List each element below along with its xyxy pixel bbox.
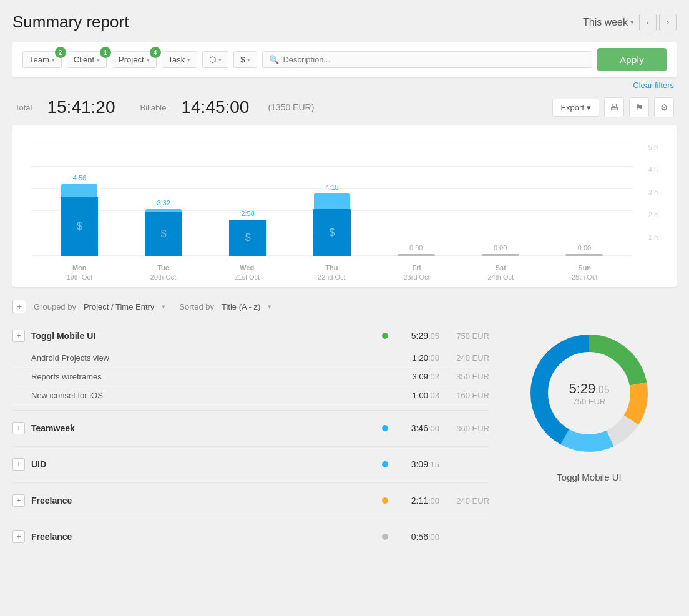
currency-chevron-icon: ▾ — [247, 57, 250, 63]
team-filter-badge: 2 — [55, 47, 66, 58]
team-chevron-icon: ▾ — [52, 57, 55, 63]
sort-value[interactable]: Title (A - z) — [222, 302, 260, 311]
bar-thu-label: 4:15 — [325, 183, 338, 191]
tag-filter-button[interactable]: ⬡ ▾ — [202, 51, 228, 68]
bar-thu: 4:15 $ — [313, 183, 351, 256]
group-sort-bar: + Grouped by Project / Time Entry ▾ Sort… — [12, 300, 489, 313]
export-button[interactable]: Export ▾ — [552, 99, 599, 117]
toggl-time: 5:29:05 — [396, 331, 439, 341]
clear-filters-link[interactable]: Clear filters — [633, 81, 674, 90]
bar-mon-label: 4:56 — [73, 174, 86, 182]
project-row-teamweek[interactable]: + Teamweek 3:46:00 360 EUR — [12, 416, 489, 441]
y-label-2h: 2 h — [648, 211, 658, 218]
tag-chevron-icon: ▾ — [218, 57, 222, 63]
project-row-freelance1[interactable]: + Freelance 2:11:00 240 EUR — [12, 488, 489, 514]
apply-button[interactable]: Apply — [597, 48, 667, 71]
clear-filters-bar: Clear filters — [12, 80, 677, 90]
freelance2-dot — [382, 534, 388, 540]
settings-button[interactable]: ⚙ — [654, 97, 674, 117]
client-filter-button[interactable]: Client 1 ▾ — [67, 51, 107, 68]
separator-3 — [12, 482, 489, 483]
expand-freelance2-button[interactable]: + — [12, 530, 25, 543]
donut-center: 5:29:05 750 EUR — [569, 381, 609, 406]
sub-row-iconset: New iconset for iOS 1:00:03 160 EUR — [12, 386, 489, 405]
bar-wed-billable: $ — [229, 220, 266, 256]
task-filter-button[interactable]: Task ▾ — [162, 51, 198, 68]
teamweek-time: 3:46:00 — [396, 423, 439, 433]
expand-uid-button[interactable]: + — [12, 458, 25, 471]
gear-icon: ⚙ — [660, 102, 668, 112]
bar-sun: 0:00 — [565, 244, 603, 256]
freelance1-time: 2:11:00 — [396, 496, 439, 506]
period-selector[interactable]: This week ▾ — [583, 17, 634, 28]
sorted-by-label: Sorted by — [179, 302, 214, 311]
x-label-fri: Fri23rd Oct — [403, 263, 429, 283]
sort-chevron-icon: ▾ — [268, 303, 271, 311]
client-chevron-icon: ▾ — [97, 57, 100, 63]
group-value[interactable]: Project / Time Entry — [84, 302, 154, 311]
sub-eur-android: 240 EUR — [439, 353, 489, 363]
expand-toggl-button[interactable]: + — [12, 330, 25, 342]
bar-thu-nonbillable — [314, 193, 350, 209]
x-label-tue: Tue20th Oct — [150, 263, 177, 283]
bar-wed: 2:58 $ — [229, 210, 266, 256]
tag-icon: ⬡ — [209, 55, 216, 64]
uid-time: 3:09:15 — [396, 459, 439, 469]
project-filter-label: Project — [119, 55, 144, 64]
freelance2-time: 0:56:00 — [396, 532, 439, 542]
bar-mon-billable: $ — [61, 197, 98, 256]
toggl-eur: 750 EUR — [439, 331, 489, 341]
sub-time-reports: 3:09:02 — [396, 372, 439, 381]
total-time-display: 15:41:20 — [47, 97, 115, 117]
task-chevron-icon: ▾ — [187, 57, 190, 63]
project-name-uid: UID — [31, 459, 382, 469]
sub-time-android: 1:20:00 — [396, 353, 439, 363]
donut-center-time: 5:29:05 — [569, 381, 609, 397]
client-filter-badge: 1 — [100, 47, 111, 58]
sub-time-iconset: 1:00:03 — [396, 391, 439, 400]
project-row-uid[interactable]: + UID 3:09:15 — [12, 452, 489, 477]
print-icon: 🖶 — [610, 102, 618, 112]
project-row-toggl[interactable]: + Toggl Mobile UI 5:29:05 750 EUR — [12, 323, 489, 349]
total-bar-right: Export ▾ 🖶 ⚑ ⚙ — [552, 97, 674, 117]
project-filter-badge: 4 — [150, 47, 161, 58]
sub-name-android: Android Projects view — [31, 353, 396, 363]
project-filter-button[interactable]: Project 4 ▾ — [112, 51, 156, 68]
uid-dot — [382, 461, 388, 467]
project-group-toggl: + Toggl Mobile UI 5:29:05 750 EUR Androi… — [12, 323, 489, 405]
print-button[interactable]: 🖶 — [604, 97, 624, 117]
sub-row-reports: Reports wireframes 3:09:02 350 EUR — [12, 368, 489, 386]
export-chevron-icon: ▾ — [587, 103, 591, 112]
bar-chart: 5 h 4 h 3 h 2 h 1 h 4:56 — [12, 125, 677, 287]
team-filter-button[interactable]: Team 2 ▾ — [22, 51, 62, 68]
donut-section: 5:29:05 750 EUR Toggl Mobile UI — [502, 300, 677, 482]
lower-section: + Grouped by Project / Time Entry ▾ Sort… — [12, 300, 677, 549]
add-group-button[interactable]: + — [12, 300, 26, 313]
team-filter-label: Team — [29, 55, 49, 64]
sub-row-android: Android Projects view 1:20:00 240 EUR — [12, 349, 489, 368]
donut-center-eur: 750 EUR — [569, 397, 609, 406]
project-row-freelance2[interactable]: + Freelance 0:56:00 — [12, 524, 489, 549]
currency-filter-button[interactable]: $ ▾ — [233, 51, 257, 68]
expand-teamweek-button[interactable]: + — [12, 422, 25, 434]
next-period-button[interactable]: › — [659, 14, 677, 31]
expand-freelance1-button[interactable]: + — [12, 494, 25, 507]
total-seconds: :20 — [91, 97, 115, 117]
bookmark-icon: ⚑ — [635, 102, 643, 112]
bookmark-button[interactable]: ⚑ — [629, 97, 649, 117]
description-input[interactable] — [283, 55, 585, 64]
y-label-4h: 4 h — [648, 166, 658, 174]
page: Summary report This week ▾ ‹ › Team 2 ▾ … — [0, 0, 689, 616]
total-label: Total — [15, 103, 32, 112]
prev-period-button[interactable]: ‹ — [639, 14, 657, 31]
bar-mon: 4:56 $ — [61, 174, 98, 256]
y-label-5h: 5 h — [648, 144, 658, 151]
project-name-freelance2: Freelance — [31, 532, 382, 542]
teamweek-dot — [382, 425, 388, 431]
grouped-by-label: Grouped by — [34, 302, 76, 311]
project-chevron-icon: ▾ — [147, 57, 150, 63]
donut-chart: 5:29:05 750 EUR — [520, 325, 658, 462]
sub-name-iconset: New iconset for iOS — [31, 391, 396, 400]
y-label-3h: 3 h — [648, 188, 658, 196]
freelance1-dot — [382, 497, 388, 504]
